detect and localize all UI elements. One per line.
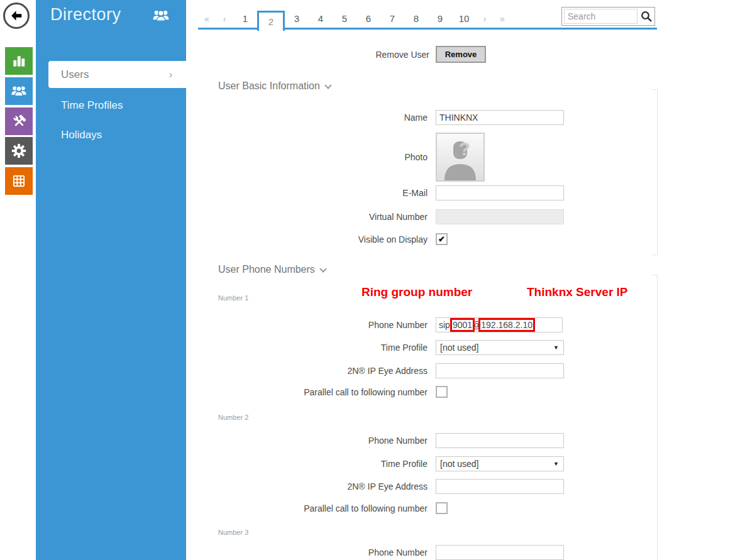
search-input[interactable] [564, 9, 637, 24]
section-user-phone-numbers: User Phone Numbers Number 1 Ring group n… [218, 264, 658, 560]
time-profile-select[interactable]: [not used] ▼ [436, 340, 564, 355]
users-icon [10, 82, 28, 100]
time-profile-label: Time Profile [218, 343, 428, 353]
sidebar-item-time-profiles[interactable]: Time Profiles [61, 99, 123, 112]
photo-label: Photo [218, 152, 428, 162]
time-profile-label: Time Profile [218, 459, 428, 469]
time-profile-select-2[interactable]: [not used] ▼ [436, 456, 564, 471]
page-8-button[interactable]: 8 [404, 9, 428, 28]
phone-number-input[interactable]: sip 9001 @ 192.168.2.10 [436, 317, 563, 332]
annotation-ring-group-number: Ring group number [361, 285, 472, 299]
sidebar-item-holidays[interactable]: Holidays [61, 129, 102, 141]
email-label: E-Mail [218, 188, 428, 198]
section-collapse-icon[interactable] [319, 265, 326, 272]
checkmark-icon: ✔ [438, 235, 445, 243]
dropdown-arrow-icon: ▼ [553, 344, 559, 351]
visible-on-display-checkbox[interactable]: ✔ [436, 233, 448, 245]
email-input[interactable] [436, 185, 564, 200]
search-icon[interactable] [640, 10, 653, 23]
page-next-button[interactable]: › [476, 9, 494, 28]
back-arrow-icon [9, 9, 23, 23]
red-highlight-server-ip: 192.168.2.10 [478, 318, 535, 332]
section-user-basic-information: User Basic Information Name Photo ? E- [218, 80, 658, 263]
name-input[interactable] [436, 110, 564, 125]
red-highlight-ring-number: 9001 [450, 318, 475, 332]
parallel-call-checkbox-2[interactable] [436, 502, 448, 514]
parallel-call-checkbox[interactable] [436, 386, 448, 398]
page-10-button[interactable]: 10 [452, 9, 476, 28]
number-2-label: Number 2 [218, 414, 248, 421]
ip-eye-address-label: 2N® IP Eye Address [218, 481, 428, 491]
services-icon[interactable] [5, 137, 33, 165]
parallel-call-label: Parallel call to following number [218, 387, 428, 397]
page-7-button[interactable]: 7 [380, 9, 404, 28]
sidebar: Directory Users › Time Profiles Holidays [36, 0, 186, 560]
section-border [652, 275, 658, 560]
tools-icon [11, 113, 28, 130]
ip-eye-address-input-2[interactable] [436, 479, 564, 494]
section-border [652, 89, 658, 255]
section-collapse-icon[interactable] [324, 82, 331, 89]
remove-button[interactable]: Remove [436, 46, 486, 63]
phone-prefix: sip [439, 320, 450, 330]
back-button[interactable] [3, 3, 30, 29]
virtual-number-input [436, 209, 564, 224]
directory-users-icon [150, 6, 172, 28]
apps-grid-icon [11, 173, 27, 189]
phone-number-input-2[interactable] [436, 433, 564, 448]
ip-eye-address-input[interactable] [436, 363, 564, 378]
ip-eye-address-label: 2N® IP Eye Address [218, 366, 428, 376]
phone-number-label: Phone Number [218, 320, 428, 330]
page-prev-button[interactable]: ‹ [216, 9, 233, 28]
page-first-button[interactable]: « [198, 9, 216, 28]
visible-on-display-label: Visible on Display [218, 234, 428, 244]
page-title: Directory [50, 5, 121, 25]
directory-icon[interactable] [5, 77, 33, 105]
number-3-label: Number 3 [218, 529, 248, 536]
dropdown-arrow-icon: ▼ [553, 461, 559, 467]
chevron-right-icon: › [169, 69, 172, 80]
phone-number-input-3[interactable] [436, 545, 564, 560]
page-5-button[interactable]: 5 [333, 9, 356, 28]
remove-user-label: Remove User [218, 50, 429, 60]
page-last-button[interactable]: » [494, 9, 511, 28]
bar-chart-icon [11, 53, 27, 69]
page-9-button[interactable]: 9 [428, 9, 452, 28]
name-label: Name [218, 113, 428, 123]
page-3-button[interactable]: 3 [285, 9, 309, 28]
section-title: User Phone Numbers [218, 264, 326, 275]
icon-rail [0, 0, 36, 560]
annotation-thinknx-server-ip: Thinknx Server IP [527, 285, 628, 299]
status-icon[interactable] [5, 47, 33, 75]
page-2-current[interactable]: 2 [257, 11, 285, 31]
page-6-button[interactable]: 6 [356, 9, 380, 28]
page-1-button[interactable]: 1 [233, 9, 257, 28]
parallel-call-label: Parallel call to following number [218, 503, 428, 513]
user-photo-placeholder[interactable]: ? [436, 133, 485, 182]
gear-icon [10, 142, 28, 160]
phone-number-label: Phone Number [218, 547, 428, 557]
page-4-button[interactable]: 4 [309, 9, 333, 28]
sidebar-item-users[interactable]: Users › [48, 61, 186, 88]
search-box [561, 7, 655, 26]
hardware-icon[interactable] [5, 107, 33, 135]
system-icon[interactable] [5, 167, 33, 195]
number-1-label: Number 1 [218, 294, 248, 302]
photo-question-icon: ? [459, 138, 470, 159]
main-content: « ‹ 1 2 3 4 5 6 7 8 9 10 › » Remove User… [186, 0, 745, 560]
virtual-number-label: Virtual Number [218, 212, 428, 222]
section-title: User Basic Information [218, 80, 331, 92]
sidebar-item-label: Users [61, 69, 89, 81]
phone-number-label: Phone Number [218, 436, 428, 446]
